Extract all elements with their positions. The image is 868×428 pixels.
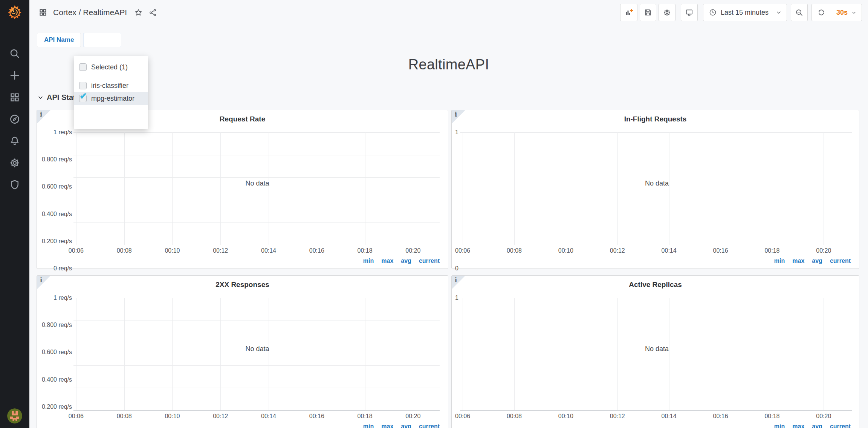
checkbox-icon[interactable] [79, 82, 87, 89]
panel-info-icon[interactable]: i [37, 276, 50, 289]
no-data-label: No data [462, 179, 852, 187]
legend-avg[interactable]: avg [401, 258, 411, 264]
legend-min[interactable]: min [363, 423, 374, 428]
legend-min[interactable]: min [774, 423, 785, 428]
variable-label[interactable]: API Name [37, 33, 81, 47]
save-dashboard-button[interactable] [640, 4, 656, 21]
refresh-interval-picker[interactable]: 30s [831, 4, 862, 21]
panel-title[interactable]: In-Flight Requests [452, 110, 859, 127]
x-tick-label: 00:10 [558, 247, 573, 254]
grafana-dashboard: Cortex / RealtimeAPI [0, 0, 868, 428]
star-icon[interactable] [134, 8, 143, 17]
configuration-gear-icon[interactable] [9, 157, 21, 169]
legend-max[interactable]: max [792, 258, 804, 264]
v-gridline [365, 132, 365, 245]
legend-max[interactable]: max [381, 423, 393, 428]
create-plus-icon[interactable] [9, 69, 21, 81]
x-tick-label: 00:20 [405, 247, 420, 254]
y-tick-label: 0 [455, 265, 458, 272]
x-tick-label: 00:10 [165, 247, 180, 254]
plot-area[interactable]: No data [75, 132, 440, 245]
panel-title[interactable]: 2XX Responses [37, 276, 448, 292]
dropdown-option-mpg-estimator[interactable]: ✔mpg-estimator [74, 92, 148, 105]
dashboards-icon[interactable] [9, 91, 21, 103]
panel-info-icon[interactable]: i [37, 110, 50, 124]
sidebar [0, 0, 29, 428]
legend-min[interactable]: min [774, 258, 785, 264]
legend-avg[interactable]: avg [812, 258, 822, 264]
x-tick-label: 00:06 [69, 413, 84, 420]
panel-info-icon[interactable]: i [452, 276, 465, 289]
legend-min[interactable]: min [363, 258, 374, 264]
v-gridline [124, 132, 125, 245]
plot-area[interactable]: No data [462, 132, 852, 245]
explore-compass-icon[interactable] [9, 113, 21, 125]
v-gridline [317, 132, 317, 245]
panel-info-icon[interactable]: i [452, 110, 465, 124]
server-admin-shield-icon[interactable] [9, 179, 21, 191]
time-picker[interactable]: Last 15 minutes [703, 4, 787, 21]
x-axis: 00:0600:0800:1000:1200:1400:1600:1800:20 [462, 245, 852, 256]
no-data-label: No data [462, 345, 852, 353]
v-gridline [269, 132, 269, 245]
dropdown-option-selected-1-[interactable]: Selected (1) [74, 61, 148, 74]
plot-area[interactable]: No data [462, 298, 852, 410]
dropdown-option-label: iris-classifier [91, 82, 128, 90]
dropdown-option-iris-classifier[interactable]: iris-classifier [74, 79, 148, 92]
x-tick-label: 00:18 [764, 247, 779, 254]
legend-current[interactable]: current [419, 423, 440, 428]
v-gridline [365, 298, 365, 410]
x-tick-label: 00:08 [507, 413, 522, 420]
legend-current[interactable]: current [830, 423, 851, 428]
panel-title[interactable]: Active Replicas [452, 276, 859, 292]
v-gridline [617, 132, 618, 245]
alerting-bell-icon[interactable] [9, 135, 21, 147]
legend-avg[interactable]: avg [401, 423, 411, 428]
x-axis: 00:0600:0800:1000:1200:1400:1600:1800:20 [75, 410, 440, 422]
x-tick-label: 00:06 [455, 413, 470, 420]
zoom-out-time-button[interactable] [791, 4, 808, 21]
user-avatar[interactable] [7, 408, 22, 423]
add-panel-button[interactable] [620, 4, 637, 21]
checkbox-checked-icon[interactable]: ✔ [79, 95, 87, 102]
v-gridline [721, 298, 721, 410]
legend-avg[interactable]: avg [812, 423, 822, 428]
v-gridline [317, 298, 317, 410]
no-data-label: No data [75, 345, 440, 353]
checkbox-icon[interactable] [79, 63, 87, 71]
dashboard-title[interactable]: Cortex / RealtimeAPI [53, 8, 127, 17]
h-gridline [73, 343, 440, 343]
refresh-interval-label: 30s [836, 9, 848, 17]
refresh-button[interactable] [812, 4, 831, 21]
check-icon: ✔ [79, 92, 87, 101]
no-data-label: No data [75, 179, 440, 187]
legend: minmaxavgcurrent [452, 423, 859, 428]
v-gridline [413, 298, 413, 410]
dashboard-settings-button[interactable] [659, 4, 675, 21]
variable-value-input[interactable] [84, 33, 121, 47]
v-gridline [669, 298, 669, 410]
legend-current[interactable]: current [830, 258, 851, 264]
x-tick-label: 00:14 [261, 247, 276, 254]
cycle-view-mode-button[interactable] [681, 4, 698, 21]
share-icon[interactable] [148, 8, 157, 17]
x-axis: 00:0600:0800:1000:1200:1400:1600:1800:20 [462, 410, 852, 422]
h-gridline [73, 222, 440, 222]
sidebar-menu [0, 48, 29, 191]
plot-area[interactable]: No data [75, 298, 440, 410]
search-icon[interactable] [9, 48, 21, 60]
apps-grid-icon[interactable] [38, 8, 47, 17]
v-gridline [172, 132, 173, 245]
x-tick-label: 00:12 [610, 247, 625, 254]
h-gridline [73, 321, 440, 321]
panel-grid: i Request Rate 1 req/s0.800 req/s0.600 r… [37, 110, 859, 428]
h-gridline [73, 298, 440, 298]
x-tick-label: 00:16 [713, 413, 728, 420]
grafana-logo[interactable] [0, 0, 29, 25]
legend-max[interactable]: max [381, 258, 393, 264]
x-tick-label: 00:12 [213, 247, 228, 254]
h-gridline [73, 155, 440, 155]
chevron-down-icon [38, 95, 43, 100]
legend-max[interactable]: max [792, 423, 804, 428]
legend-current[interactable]: current [419, 258, 440, 264]
